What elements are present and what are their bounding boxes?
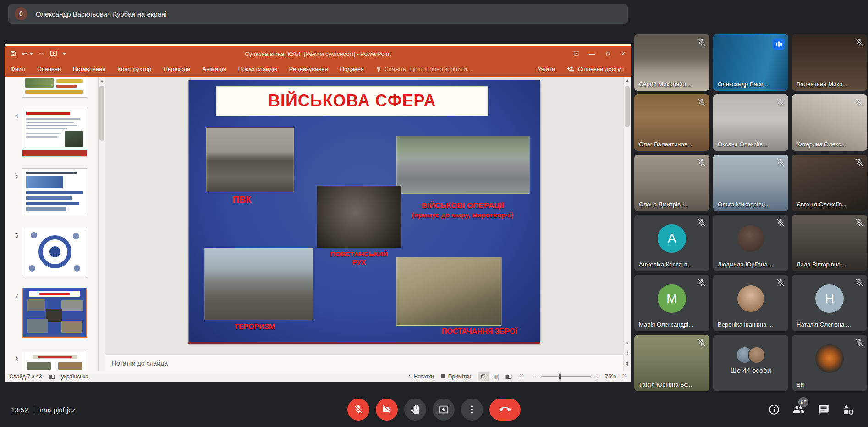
slide-counter[interactable]: Слайд 7 з 43	[9, 373, 42, 380]
tell-me-box[interactable]: Скажіть, що потрібно зробити…	[370, 66, 478, 72]
notes-toggle-label: Нотатки	[414, 373, 434, 380]
tab-design[interactable]: Конструктор	[111, 61, 157, 77]
mic-off-icon	[855, 338, 864, 347]
participant-tile[interactable]: Вероніка Іванівна ...	[713, 275, 788, 331]
participant-tile[interactable]: Євгенія Олексіїв...	[792, 155, 867, 211]
activities-button[interactable]	[842, 404, 854, 416]
avatar: М	[658, 284, 686, 313]
notes-pane[interactable]: Нотатки до слайда	[105, 355, 623, 371]
tab-review[interactable]: Рецензування	[283, 61, 334, 77]
thumbnail-scrollbar[interactable]: ▲	[98, 77, 105, 371]
slide-thumbnail-4[interactable]	[22, 109, 87, 157]
participant-tile-speaking[interactable]: Олександр Васи...	[713, 34, 788, 91]
scroll-down-icon[interactable]: ▼	[624, 339, 631, 347]
avatar	[737, 225, 764, 252]
overflow-participants-tile[interactable]: Ще 44 особи	[713, 335, 788, 391]
scrollbar-thumb[interactable]	[99, 86, 104, 141]
mic-off-icon	[855, 218, 864, 227]
participant-name: Євгенія Олексіїв...	[797, 201, 855, 208]
slide-thumbnail-8-partial[interactable]	[22, 352, 87, 371]
mic-toggle-button[interactable]	[347, 399, 369, 421]
participant-tile[interactable]: Валентина Мико...	[792, 34, 867, 91]
participant-tile[interactable]: Людмила Юріївна...	[713, 215, 788, 271]
comments-toggle[interactable]: Примітки	[440, 373, 471, 380]
customize-toolbar-icon[interactable]	[62, 53, 66, 55]
restore-button[interactable]	[600, 46, 615, 61]
participant-tile[interactable]: Катерина Олекс...	[792, 94, 867, 151]
participant-tile[interactable]: Ольга Миколаївн...	[713, 155, 788, 211]
tab-view[interactable]: Подання	[334, 61, 370, 77]
reading-view-button[interactable]	[503, 372, 514, 381]
scroll-up-icon[interactable]: ▲	[99, 77, 105, 84]
slide-thumbnail-6[interactable]	[22, 228, 87, 276]
participant-tile[interactable]: А Анжеліка Костянт...	[634, 215, 709, 271]
normal-view-button[interactable]	[478, 372, 489, 381]
slide-sorter-view-button[interactable]: ▦	[490, 372, 501, 381]
notes-toggle[interactable]: ≐Нотатки	[407, 373, 434, 380]
meeting-details-button[interactable]	[768, 404, 780, 416]
camera-toggle-button[interactable]	[376, 399, 398, 421]
mic-off-icon	[776, 218, 785, 227]
lightbulb-icon	[376, 66, 382, 72]
zoom-out-button[interactable]: −	[533, 373, 537, 380]
participant-tile[interactable]: Олег Валентинов...	[634, 94, 709, 151]
present-button[interactable]	[433, 399, 455, 421]
slideshow-view-button[interactable]: ⛶	[516, 372, 527, 381]
close-button[interactable]: ×	[615, 46, 631, 61]
tab-insert[interactable]: Вставлення	[67, 61, 111, 77]
previous-slide-icon[interactable]: ▲▲	[624, 349, 631, 357]
minimize-button[interactable]: —	[584, 46, 600, 61]
undo-button[interactable]	[22, 50, 33, 57]
language-indicator[interactable]: українська	[61, 373, 88, 380]
tab-animations[interactable]: Анімація	[196, 61, 232, 77]
tab-home[interactable]: Основне	[31, 61, 67, 77]
scroll-up-icon[interactable]: ▲	[624, 77, 631, 84]
next-slide-icon[interactable]: ▼▼	[624, 360, 631, 368]
mic-off-icon	[697, 278, 706, 287]
scrollbar-thumb[interactable]	[625, 86, 630, 127]
slide-thumbnail-7-selected[interactable]	[22, 288, 87, 338]
participant-name: Олег Валентинов...	[639, 141, 698, 148]
self-tile[interactable]: Ви	[792, 335, 867, 391]
spellcheck-icon[interactable]	[49, 373, 55, 380]
quick-access-toolbar	[5, 50, 66, 57]
slide-thumbnail-3-partial[interactable]	[22, 77, 87, 98]
start-slideshow-icon[interactable]	[50, 50, 57, 57]
participant-tile[interactable]: Таїсія Юріївна Бє...	[634, 335, 709, 391]
share-button[interactable]: Спільний доступ	[578, 66, 624, 72]
zoom-in-button[interactable]: +	[595, 373, 599, 380]
raise-hand-button[interactable]	[404, 399, 426, 421]
chat-panel-button[interactable]	[818, 404, 830, 416]
zoom-level[interactable]: 75%	[605, 373, 616, 380]
participant-tile[interactable]: Оксана Олексіїв...	[713, 94, 788, 151]
tab-slideshow[interactable]: Показ слайдів	[232, 61, 283, 77]
fit-slide-to-window-icon[interactable]: ⛶	[623, 373, 626, 380]
meet-screen: 0 Олександр Васильович Курбан на екрані …	[0, 0, 868, 427]
zoom-slider[interactable]	[541, 376, 591, 377]
tab-transitions[interactable]: Переходи	[157, 61, 196, 77]
participant-name: Валентина Мико...	[797, 81, 855, 88]
participant-tile[interactable]: М Марія Олександрі...	[634, 275, 709, 331]
call-end-icon	[499, 404, 511, 416]
meet-panels: 62	[768, 404, 868, 416]
participant-tile[interactable]: Олена Дмитрівн...	[634, 155, 709, 211]
participant-tile[interactable]: Сергій Миколайо...	[634, 34, 709, 91]
more-vert-icon	[471, 405, 473, 414]
more-options-button[interactable]	[461, 399, 483, 421]
sign-in-button[interactable]: Увійти	[538, 66, 555, 72]
ribbon-tabs: Файл Основне Вставлення Конструктор Пере…	[5, 61, 631, 77]
audio-level-icon	[773, 38, 785, 50]
participant-name: Наталія Олегівна ...	[797, 321, 855, 328]
ribbon-display-options-button[interactable]	[569, 46, 584, 61]
participant-tile[interactable]: Лада Вікторівна ...	[792, 215, 867, 271]
slide-thumbnail-5[interactable]	[22, 168, 87, 216]
tab-file[interactable]: Файл	[5, 61, 31, 77]
leave-call-button[interactable]	[489, 399, 521, 421]
participant-tile[interactable]: Н Наталія Олегівна ...	[792, 275, 867, 331]
people-panel-button[interactable]: 62	[793, 404, 805, 416]
canvas-scrollbar[interactable]: ▲ ▼ ▲▲ ▼▼	[623, 77, 631, 371]
ppt-body: 4 5	[5, 77, 631, 371]
save-icon[interactable]	[10, 50, 16, 57]
photo-armed-fighters	[204, 248, 313, 320]
zoom-slider-handle[interactable]	[559, 373, 561, 380]
